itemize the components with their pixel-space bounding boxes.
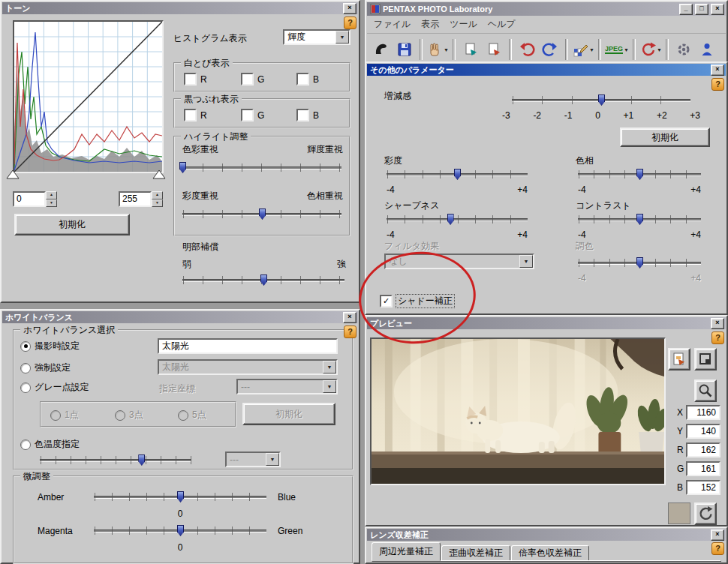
- clip-g-checkbox[interactable]: [241, 109, 254, 122]
- clip-b-checkbox[interactable]: [296, 73, 309, 86]
- sharpness-slider[interactable]: [387, 213, 528, 226]
- jpeg-save-button[interactable]: JPEG ▼: [605, 38, 629, 62]
- help-icon[interactable]: ?: [711, 542, 724, 555]
- hand-tool-button[interactable]: ▼: [426, 38, 449, 62]
- refresh-rotate-button[interactable]: [694, 502, 717, 525]
- histogram-mode-combo[interactable]: 輝度 ▼: [283, 29, 350, 45]
- magnify-button[interactable]: [694, 380, 717, 402]
- dropdown-arrow-icon[interactable]: ▼: [624, 47, 629, 52]
- maximize-icon[interactable]: □: [695, 4, 708, 15]
- close-icon[interactable]: ×: [711, 318, 724, 329]
- preview-client: X 1160 Y 140 R 162 G 161 B 152: [369, 331, 724, 523]
- bright-comp-label: 明部補償: [182, 241, 218, 254]
- dropdown-arrow-icon[interactable]: ▼: [444, 47, 449, 52]
- fit-view-button[interactable]: [694, 348, 717, 370]
- black-point-value[interactable]: 0: [13, 191, 46, 207]
- tab-distortion[interactable]: 歪曲収差補正: [441, 545, 510, 561]
- help-icon[interactable]: ?: [711, 78, 724, 91]
- toolbar-separator: [598, 39, 601, 60]
- readout-g-label: G: [677, 464, 684, 474]
- menu-tools[interactable]: ツール: [444, 16, 483, 32]
- params-titlebar[interactable]: その他のパラメーター ×: [367, 64, 726, 76]
- point5-label: 5点: [192, 409, 206, 422]
- tone-titlebar[interactable]: トーン ×: [2, 2, 358, 14]
- clip-b-checkbox[interactable]: [296, 109, 309, 122]
- colortemp-radio[interactable]: [20, 440, 31, 450]
- graypoint-count-box: 1点 3点 5点: [40, 401, 236, 428]
- undo-button[interactable]: [516, 38, 538, 62]
- shadow-comp-label[interactable]: シャドー補正: [396, 295, 454, 308]
- clip-r-checkbox[interactable]: [184, 73, 197, 86]
- white-point-value[interactable]: 255: [119, 191, 152, 207]
- browse-button[interactable]: [370, 38, 393, 62]
- redo-button[interactable]: [539, 38, 561, 62]
- spin-down-icon[interactable]: ▼: [152, 200, 163, 208]
- help-icon[interactable]: ?: [344, 326, 356, 338]
- spin-down-icon[interactable]: ▼: [46, 200, 57, 208]
- menu-view[interactable]: 表示: [416, 16, 444, 32]
- tab-vignetting[interactable]: 周辺光量補正: [372, 542, 441, 561]
- chevron-down-icon[interactable]: ▼: [335, 31, 349, 44]
- wb-titlebar[interactable]: ホワイトバランス ×: [2, 311, 358, 323]
- help-icon[interactable]: ?: [344, 16, 356, 29]
- contrast-range-labels: -4+4: [578, 230, 701, 240]
- preferences-button[interactable]: [672, 38, 695, 62]
- params-init-button[interactable]: 初期化: [620, 128, 710, 147]
- minimize-icon[interactable]: _: [679, 4, 693, 15]
- menu-file[interactable]: ファイル: [369, 16, 416, 32]
- exposure-slider[interactable]: [512, 94, 690, 106]
- dropdown-arrow-icon[interactable]: ▼: [589, 47, 594, 52]
- forced-value-combo: 太陽光 ▼: [158, 359, 338, 375]
- saturation-slider[interactable]: [387, 168, 528, 181]
- extract-image-button[interactable]: [459, 38, 482, 62]
- readout-value: 1160: [696, 407, 716, 418]
- about-button[interactable]: [696, 38, 718, 62]
- spin-up-icon[interactable]: ▲: [46, 191, 57, 200]
- lens-titlebar[interactable]: レンズ収差補正 ×: [367, 529, 726, 541]
- colortemp-radio-label[interactable]: 色温度指定: [35, 438, 80, 451]
- amber-blue-slider[interactable]: [94, 490, 266, 503]
- graypoint-radio[interactable]: [20, 382, 31, 393]
- colortemp-slider[interactable]: [40, 454, 191, 466]
- menu-help[interactable]: ヘルプ: [483, 16, 521, 32]
- channel-label: R: [200, 74, 207, 85]
- close-icon[interactable]: ×: [343, 312, 356, 323]
- preview-photo[interactable]: [370, 338, 666, 485]
- close-icon[interactable]: ×: [711, 64, 724, 76]
- export-image-button[interactable]: [668, 348, 690, 370]
- close-icon[interactable]: ×: [343, 3, 356, 14]
- ha-slider2[interactable]: [182, 208, 341, 220]
- transfer-image-button[interactable]: [483, 38, 505, 62]
- histogram-display-label: ヒストグラム表示: [173, 32, 247, 45]
- rotate-button[interactable]: ▼: [639, 38, 662, 62]
- clip-r-checkbox[interactable]: [184, 109, 197, 122]
- close-icon[interactable]: ×: [711, 4, 724, 15]
- save-button[interactable]: [393, 38, 416, 62]
- shadow-comp-checkbox[interactable]: ✓: [380, 295, 393, 308]
- tone-init-button[interactable]: 初期化: [14, 214, 130, 236]
- edit-settings-button[interactable]: ▼: [572, 38, 594, 62]
- hue-slider[interactable]: [578, 168, 701, 181]
- contrast-slider[interactable]: [578, 213, 701, 226]
- main-titlebar[interactable]: PENTAX PHOTO Laboratory _ □ ×: [367, 2, 726, 16]
- forced-radio[interactable]: [20, 363, 31, 374]
- shot-radio-label[interactable]: 撮影時設定: [35, 340, 80, 352]
- black-point-handle[interactable]: [6, 170, 20, 179]
- ha-slider1[interactable]: [182, 161, 341, 174]
- bright-comp-slider[interactable]: [182, 274, 344, 286]
- graypoint-radio-label[interactable]: グレー点設定: [35, 381, 89, 394]
- save-icon: [396, 41, 413, 58]
- tab-chromatic[interactable]: 倍率色収差補正: [511, 545, 589, 561]
- spin-up-icon[interactable]: ▲: [152, 191, 163, 200]
- close-icon[interactable]: ×: [711, 530, 724, 541]
- preview-titlebar[interactable]: プレビュー ×: [367, 317, 726, 329]
- shot-value-field[interactable]: 太陽光: [158, 338, 338, 354]
- help-icon[interactable]: ?: [711, 332, 724, 344]
- dropdown-arrow-icon[interactable]: ▼: [657, 47, 662, 52]
- clip-g-checkbox[interactable]: [241, 73, 254, 86]
- white-point-handle[interactable]: [152, 170, 166, 179]
- magenta-green-slider[interactable]: [94, 524, 266, 537]
- shadow-comp-row: ✓ シャドー補正: [380, 295, 454, 308]
- forced-radio-label[interactable]: 強制設定: [35, 362, 71, 374]
- shot-radio[interactable]: [20, 341, 31, 352]
